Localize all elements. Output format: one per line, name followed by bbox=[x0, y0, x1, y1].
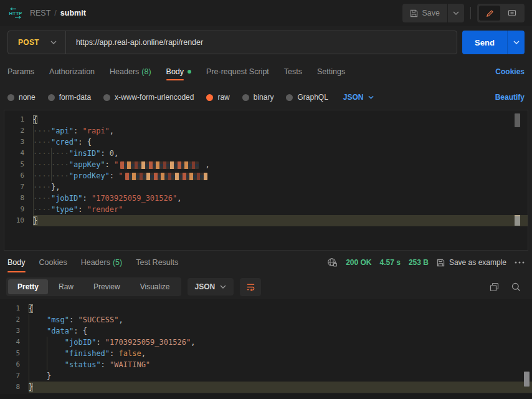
line-number: 9 bbox=[4, 204, 33, 215]
response-tab-cookies[interactable]: Cookies bbox=[39, 251, 67, 274]
search-icon[interactable] bbox=[511, 282, 521, 292]
method-select[interactable]: POST bbox=[8, 31, 66, 54]
code-line[interactable]: 5 "finished": false, bbox=[0, 348, 532, 359]
beautify-link[interactable]: Beautify bbox=[495, 93, 525, 102]
body-type-none[interactable]: none bbox=[7, 93, 36, 102]
line-number: 3 bbox=[4, 137, 33, 148]
response-tabs: BodyCookiesHeaders(5)Test Results bbox=[7, 251, 178, 274]
code-text: "jobID": "1703925059_301526", bbox=[29, 337, 532, 348]
comment-button[interactable] bbox=[501, 6, 523, 21]
token: "jobID" bbox=[51, 194, 83, 203]
response-editor-scrollbar[interactable] bbox=[524, 372, 530, 387]
redacted-secret bbox=[120, 161, 199, 169]
token: ···· bbox=[33, 171, 51, 180]
view-raw[interactable]: Raw bbox=[49, 279, 83, 294]
code-text: "msg": "SUCCESS", bbox=[29, 314, 532, 325]
token bbox=[29, 315, 47, 324]
code-line[interactable]: 3····"cred": { bbox=[4, 137, 528, 148]
wrap-text-button[interactable] bbox=[240, 278, 261, 296]
code-line[interactable]: 3 "data": { bbox=[0, 325, 532, 337]
code-line[interactable]: 1{ bbox=[4, 114, 528, 125]
token: "msg" bbox=[47, 315, 69, 324]
response-tab-test-results[interactable]: Test Results bbox=[136, 251, 178, 274]
code-text: ········"insID": 0, bbox=[33, 148, 528, 159]
breadcrumb-collection[interactable]: REST bbox=[30, 9, 50, 17]
send-options-chevron[interactable] bbox=[507, 31, 525, 54]
token: } bbox=[29, 383, 33, 392]
body-type-x-www-form-urlencoded[interactable]: x-www-form-urlencoded bbox=[103, 93, 194, 102]
token: : bbox=[110, 171, 118, 180]
code-line[interactable]: 9····"type": "render" bbox=[4, 204, 528, 215]
token: "type" bbox=[51, 205, 78, 214]
url-input[interactable] bbox=[66, 38, 457, 47]
view-pretty[interactable]: Pretty bbox=[8, 279, 48, 294]
code-line[interactable]: 2 "msg": "SUCCESS", bbox=[0, 314, 532, 325]
view-preview[interactable]: Preview bbox=[84, 279, 130, 294]
body-type-graphql[interactable]: GraphQL bbox=[286, 93, 328, 102]
tab-label: Test Results bbox=[136, 250, 178, 275]
status-badge[interactable]: 200 OK bbox=[346, 258, 371, 267]
code-line[interactable]: 4········"insID": 0, bbox=[4, 148, 528, 159]
edit-pencil-button[interactable] bbox=[479, 6, 500, 21]
code-text: } bbox=[29, 382, 532, 393]
code-line[interactable]: 6 "status": "WAITING" bbox=[0, 359, 532, 370]
radio-label: x-www-form-urlencoded bbox=[115, 93, 194, 102]
tab-pre-request-script[interactable]: Pre-request Script bbox=[206, 59, 269, 85]
code-text: } bbox=[33, 215, 528, 226]
response-size[interactable]: 253 B bbox=[409, 258, 429, 267]
breadcrumb-request-name[interactable]: submit bbox=[60, 9, 86, 17]
view-visualize[interactable]: Visualize bbox=[131, 279, 179, 294]
wrap-text-icon bbox=[246, 282, 255, 291]
tab-params[interactable]: Params bbox=[7, 59, 34, 85]
radio-label: form-data bbox=[59, 93, 91, 102]
response-language-select[interactable]: JSON bbox=[188, 278, 234, 296]
body-type-raw[interactable]: raw bbox=[206, 93, 229, 102]
token: "SUCCESS" bbox=[78, 315, 118, 324]
tab-headers[interactable]: Headers(8) bbox=[110, 59, 151, 85]
save-as-example-button[interactable]: Save as example bbox=[437, 258, 506, 267]
code-line[interactable]: 7 } bbox=[0, 370, 532, 382]
response-tab-body[interactable]: Body bbox=[7, 251, 26, 274]
token: , bbox=[114, 149, 118, 158]
body-type-form-data[interactable]: form-data bbox=[48, 93, 91, 102]
code-line[interactable]: 8····"jobID": "1703925059_301526", bbox=[4, 193, 528, 204]
code-line[interactable]: 4 "jobID": "1703925059_301526", bbox=[0, 337, 532, 348]
token: ···· bbox=[33, 205, 51, 214]
more-icon[interactable] bbox=[515, 261, 525, 264]
tab-tests[interactable]: Tests bbox=[284, 59, 302, 85]
body-type-options: noneform-datax-www-form-urlencodedrawbin… bbox=[7, 93, 328, 102]
code-line[interactable]: 8} bbox=[0, 382, 532, 393]
tab-settings[interactable]: Settings bbox=[317, 59, 345, 85]
code-line[interactable]: 7····}, bbox=[4, 181, 528, 193]
code-line[interactable]: 1{ bbox=[0, 303, 532, 314]
code-line[interactable]: 10} bbox=[4, 215, 528, 226]
tab-authorization[interactable]: Authorization bbox=[49, 59, 95, 85]
response-body-viewer[interactable]: 1{2 "msg": "SUCCESS",3 "data": {4 "jobID… bbox=[0, 299, 532, 394]
token: { bbox=[87, 138, 92, 147]
globe-lock-icon[interactable] bbox=[327, 257, 338, 267]
code-line[interactable]: 2····"api": "rapi", bbox=[4, 125, 528, 137]
chevron-down-icon bbox=[220, 285, 226, 289]
code-line[interactable]: 6········"prodKey": " bbox=[4, 170, 528, 181]
cookies-link[interactable]: Cookies bbox=[495, 67, 525, 76]
comment-icon bbox=[508, 9, 516, 17]
tab-label: Cookies bbox=[39, 250, 67, 275]
send-button[interactable]: Send bbox=[462, 31, 507, 54]
token: "jobID" bbox=[65, 338, 97, 347]
save-icon bbox=[410, 9, 418, 17]
save-options-chevron[interactable] bbox=[448, 4, 464, 22]
save-button[interactable]: Save bbox=[402, 4, 448, 22]
body-type-binary[interactable]: binary bbox=[242, 93, 274, 102]
request-body-editor[interactable]: 1{2····"api": "rapi",3····"cred": {4····… bbox=[4, 110, 528, 251]
request-editor-scrollbar[interactable] bbox=[515, 113, 520, 127]
token: ···· bbox=[33, 160, 51, 169]
tab-label: Tests bbox=[284, 59, 302, 84]
tab-body[interactable]: Body bbox=[166, 59, 192, 85]
copy-icon[interactable] bbox=[490, 282, 499, 292]
response-tab-headers[interactable]: Headers(5) bbox=[81, 251, 123, 274]
body-language-select[interactable]: JSON bbox=[343, 93, 374, 102]
code-text: { bbox=[29, 303, 532, 314]
response-time[interactable]: 4.57 s bbox=[380, 258, 401, 267]
request-cursor-marker bbox=[515, 215, 520, 226]
code-line[interactable]: 5········"appKey": " , bbox=[4, 159, 528, 170]
